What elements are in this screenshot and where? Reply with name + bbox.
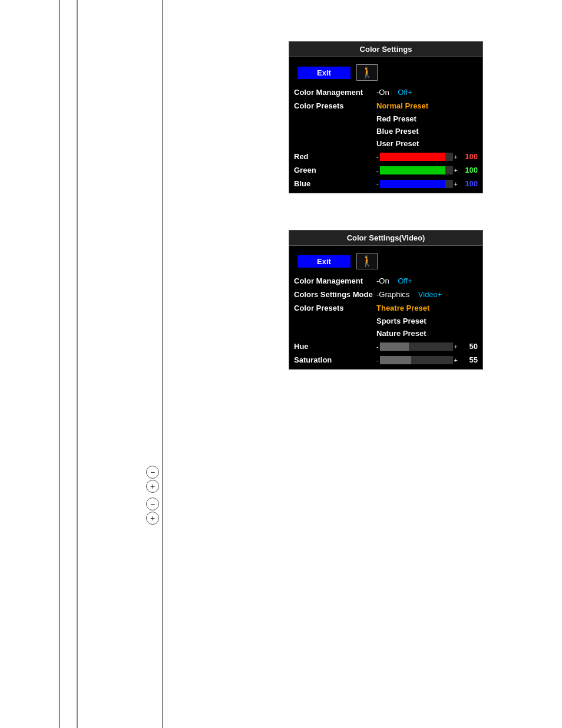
person-icon-1: 🚶 bbox=[361, 66, 373, 79]
blue-minus[interactable]: - bbox=[376, 180, 379, 187]
exit-row-1: Exit 🚶 bbox=[293, 62, 479, 83]
red-slider-container: - + bbox=[376, 153, 458, 161]
color-presets-row-1: Color Presets Normal Preset bbox=[289, 99, 482, 113]
color-mgmt-label-1: Color Management bbox=[294, 88, 376, 97]
graphics-option[interactable]: -Graphics bbox=[376, 290, 409, 299]
preset-sports[interactable]: Sports Preset bbox=[376, 317, 427, 325]
green-value: 100 bbox=[461, 166, 478, 174]
preset-nature[interactable]: Nature Preset bbox=[376, 329, 427, 338]
preset-nature-row: Nature Preset bbox=[289, 327, 482, 340]
red-slider-bar[interactable] bbox=[380, 153, 453, 161]
color-mgmt-off-1[interactable]: Off+ bbox=[398, 88, 412, 97]
color-presets-row-2: Color Presets Theatre Preset bbox=[289, 301, 482, 315]
color-management-row-1: Color Management -On Off+ bbox=[289, 85, 482, 99]
green-slider-container: - + bbox=[376, 166, 458, 174]
green-plus[interactable]: + bbox=[454, 167, 458, 174]
icon-box-1: 🚶 bbox=[356, 64, 378, 81]
preset-user[interactable]: User Preset bbox=[376, 139, 419, 148]
green-slider-row: Green - + 100 bbox=[289, 163, 482, 177]
saturation-minus[interactable]: - bbox=[376, 357, 379, 364]
blue-value: 100 bbox=[461, 179, 478, 188]
blue-slider-label: Blue bbox=[294, 179, 376, 188]
vertical-line-2 bbox=[77, 0, 78, 728]
red-fill bbox=[380, 153, 446, 161]
red-slider-row: Red - + 100 bbox=[289, 150, 482, 163]
preset-sports-row: Sports Preset bbox=[289, 315, 482, 327]
colors-settings-mode-row: Colors Settings Mode -Graphics Video+ bbox=[289, 288, 482, 301]
saturation-slider-label: Saturation bbox=[294, 355, 376, 364]
saturation-slider-row: Saturation - + 55 bbox=[289, 353, 482, 367]
saturation-slider-bar[interactable] bbox=[380, 356, 453, 364]
preset-red[interactable]: Red Preset bbox=[376, 114, 416, 123]
color-mgmt-off-2[interactable]: Off+ bbox=[398, 276, 412, 285]
person-icon-2: 🚶 bbox=[361, 255, 373, 268]
color-presets-label-1: Color Presets bbox=[294, 101, 376, 110]
color-mgmt-on-2[interactable]: -On bbox=[376, 276, 389, 285]
saturation-slider-container: - + bbox=[376, 356, 458, 364]
saturation-fill bbox=[380, 356, 411, 364]
color-mgmt-value-2: -On Off+ bbox=[376, 276, 412, 285]
vertical-line-3 bbox=[162, 0, 163, 728]
saturation-value: 55 bbox=[461, 355, 478, 364]
preset-blue-row: Blue Preset bbox=[289, 125, 482, 137]
color-settings-panel: Color Settings Exit 🚶 Color Management -… bbox=[289, 41, 483, 193]
exit-row-2: Exit 🚶 bbox=[293, 251, 479, 272]
ctrl-minus-2[interactable]: − bbox=[146, 498, 159, 510]
ctrl-plus-1[interactable]: + bbox=[146, 480, 159, 493]
green-slider-bar[interactable] bbox=[380, 166, 453, 174]
hue-slider-bar[interactable] bbox=[380, 342, 453, 351]
vertical-line-1 bbox=[59, 0, 60, 728]
hue-slider-row: Hue - + 50 bbox=[289, 340, 482, 353]
red-minus[interactable]: - bbox=[376, 153, 379, 160]
color-mgmt-label-2: Color Management bbox=[294, 276, 376, 285]
green-fill bbox=[380, 166, 446, 174]
blue-slider-bar[interactable] bbox=[380, 180, 453, 188]
preset-theatre[interactable]: Theatre Preset bbox=[376, 304, 429, 312]
colors-settings-mode-value: -Graphics Video+ bbox=[376, 290, 442, 299]
green-slider-label: Green bbox=[294, 166, 376, 174]
preset-blue[interactable]: Blue Preset bbox=[376, 127, 419, 136]
color-mgmt-value-1: -On Off+ bbox=[376, 88, 412, 97]
hue-minus[interactable]: - bbox=[376, 343, 379, 350]
preset-normal[interactable]: Normal Preset bbox=[376, 101, 428, 110]
blue-plus[interactable]: + bbox=[454, 180, 458, 187]
green-minus[interactable]: - bbox=[376, 167, 379, 174]
color-mgmt-on-1[interactable]: -On bbox=[376, 88, 389, 97]
exit-button-1[interactable]: Exit bbox=[297, 67, 351, 79]
panel1-title: Color Settings bbox=[289, 42, 482, 57]
panel2-title: Color Settings(Video) bbox=[289, 230, 482, 246]
video-option[interactable]: Video+ bbox=[418, 290, 442, 299]
preset-user-row: User Preset bbox=[289, 137, 482, 150]
ctrl-minus-1[interactable]: − bbox=[146, 466, 159, 479]
red-value: 100 bbox=[461, 152, 478, 161]
preset-red-row: Red Preset bbox=[289, 113, 482, 125]
color-settings-video-panel: Color Settings(Video) Exit 🚶 Color Manag… bbox=[289, 230, 483, 370]
blue-slider-container: - + bbox=[376, 180, 458, 188]
red-slider-label: Red bbox=[294, 152, 376, 161]
blue-slider-row: Blue - + 100 bbox=[289, 177, 482, 190]
saturation-plus[interactable]: + bbox=[454, 357, 458, 364]
colors-settings-mode-label: Colors Settings Mode bbox=[294, 290, 376, 299]
hue-slider-container: - + bbox=[376, 342, 458, 351]
blue-fill bbox=[380, 180, 446, 188]
color-management-row-2: Color Management -On Off+ bbox=[289, 274, 482, 288]
controls-area: − + − + bbox=[146, 466, 159, 526]
hue-slider-label: Hue bbox=[294, 342, 376, 351]
ctrl-plus-2[interactable]: + bbox=[146, 512, 159, 525]
color-presets-label-2: Color Presets bbox=[294, 304, 376, 312]
icon-box-2: 🚶 bbox=[356, 253, 378, 269]
red-plus[interactable]: + bbox=[454, 153, 458, 160]
hue-plus[interactable]: + bbox=[454, 343, 458, 350]
hue-value: 50 bbox=[461, 342, 478, 351]
hue-fill bbox=[380, 342, 409, 351]
exit-button-2[interactable]: Exit bbox=[297, 255, 351, 268]
